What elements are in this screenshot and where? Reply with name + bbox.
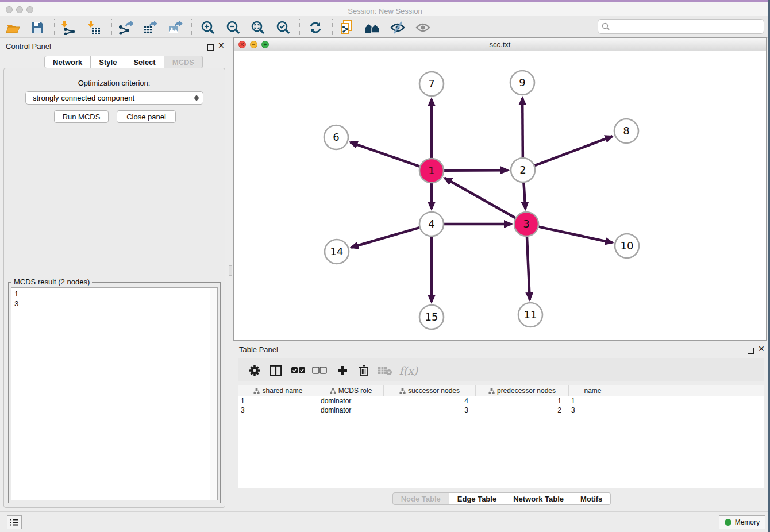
table-cell[interactable]: 1: [569, 396, 617, 406]
tab-motifs[interactable]: Motifs: [572, 492, 611, 505]
table-cell[interactable]: dominator: [318, 396, 384, 406]
graph-node-4[interactable]: 4: [419, 212, 444, 236]
tab-style[interactable]: Style: [91, 56, 125, 68]
tab-network-table[interactable]: Network Table: [505, 492, 572, 505]
table-row-0[interactable]: 1dominator411: [238, 396, 764, 406]
create-column-button[interactable]: [334, 363, 351, 378]
edge-4-14[interactable]: [351, 228, 419, 248]
table-toolbar: f(x): [238, 358, 764, 381]
network-frame-titlebar[interactable]: ✕ − + scc.txt: [234, 38, 766, 51]
tab-mcds[interactable]: MCDS: [164, 56, 203, 68]
zoom-in-button[interactable]: [199, 20, 217, 35]
toolbar-separator: [299, 19, 300, 35]
tab-edge-table[interactable]: Edge Table: [449, 492, 505, 505]
table-cell[interactable]: 3: [569, 406, 617, 415]
memory-button[interactable]: Memory: [719, 515, 765, 529]
home-button[interactable]: [364, 20, 381, 35]
column-header-MCDS-role[interactable]: MCDS role: [318, 385, 384, 396]
float-table-panel-button[interactable]: [748, 346, 754, 356]
optimization-criterion-select[interactable]: strongly connected component: [25, 91, 203, 105]
export-network-button[interactable]: [117, 20, 134, 35]
clone-network-button[interactable]: [338, 20, 356, 35]
search-field[interactable]: [598, 19, 764, 34]
graph-node-9[interactable]: 9: [510, 71, 534, 95]
open-session-button[interactable]: [5, 20, 22, 35]
network-graph-canvas[interactable]: 7968124314101511: [234, 51, 766, 340]
export-table-button[interactable]: [141, 20, 159, 35]
table-cell[interactable]: dominator: [318, 406, 384, 415]
search-icon: [602, 22, 610, 30]
edge-2-9[interactable]: [522, 98, 523, 157]
run-mcds-button[interactable]: Run MCDS: [54, 110, 109, 123]
edge-1-2[interactable]: [444, 170, 508, 171]
column-header-name[interactable]: name: [569, 385, 617, 396]
graph-node-15[interactable]: 15: [419, 305, 444, 329]
clone-network-icon: [339, 20, 355, 36]
delete-table-button[interactable]: [376, 363, 394, 378]
column-header-shared-name[interactable]: shared name: [238, 385, 318, 396]
zoom-selected-button[interactable]: [275, 20, 292, 35]
table-cell[interactable]: 4: [384, 396, 476, 406]
graph-node-7[interactable]: 7: [419, 72, 444, 96]
show-column-panel-button[interactable]: [267, 363, 284, 378]
zoom-fit-button[interactable]: [249, 20, 267, 35]
result-scrollbar[interactable]: [210, 288, 217, 500]
import-table-button[interactable]: [86, 20, 103, 35]
edge-1-6[interactable]: [351, 142, 420, 167]
hide-panels-button[interactable]: [389, 20, 406, 35]
export-image-button[interactable]: [167, 20, 184, 35]
import-network-button[interactable]: [60, 20, 77, 35]
graph-node-3[interactable]: 3: [514, 212, 538, 236]
table-cell[interactable]: 2: [476, 406, 569, 415]
close-panel-button[interactable]: ✕: [218, 43, 225, 49]
mcds-result-area[interactable]: 1 3: [11, 287, 218, 500]
refresh-layout-button[interactable]: [307, 20, 324, 35]
column-header-predecessor-nodes[interactable]: predecessor nodes: [476, 385, 569, 396]
show-panels-button[interactable]: [414, 20, 432, 35]
table-cell[interactable]: 1: [476, 396, 569, 406]
edge-3-10[interactable]: [538, 227, 612, 243]
edge-2-3[interactable]: [523, 183, 525, 209]
close-panel-button-mcds[interactable]: Close panel: [117, 110, 176, 123]
vertical-splitter-grip[interactable]: [229, 265, 232, 276]
edge-2-8[interactable]: [535, 136, 613, 165]
refresh-icon: [308, 20, 323, 35]
table-row-1[interactable]: 3dominator323: [238, 406, 764, 415]
tab-network[interactable]: Network: [44, 56, 91, 68]
table-cell[interactable]: 3: [238, 406, 318, 415]
close-table-panel-button[interactable]: ✕: [758, 346, 765, 352]
graph-node-6[interactable]: 6: [324, 125, 348, 149]
graph-node-10[interactable]: 10: [615, 234, 639, 258]
float-icon: [748, 348, 754, 354]
tab-select[interactable]: Select: [125, 56, 164, 68]
toolbar-separator: [191, 19, 192, 35]
mcds-result-group: MCDS result (2 nodes) 1 3: [8, 282, 221, 503]
graph-node-1[interactable]: 1: [419, 159, 444, 183]
import-network-icon: [61, 20, 76, 35]
unchecked-boxes-icon: [312, 367, 327, 375]
graph-node-8[interactable]: 8: [614, 119, 638, 143]
edge-3-11[interactable]: [527, 237, 530, 300]
table-cell[interactable]: 1: [238, 396, 318, 406]
search-input[interactable]: [612, 22, 764, 31]
delete-column-button[interactable]: [355, 363, 372, 378]
save-session-button[interactable]: [29, 20, 46, 35]
select-all-columns-button[interactable]: [290, 363, 307, 378]
edge-3-1[interactable]: [445, 178, 515, 218]
graph-node-11[interactable]: 11: [518, 303, 542, 327]
node-table: shared nameMCDS rolesuccessor nodesprede…: [238, 385, 764, 488]
unselect-all-columns-button[interactable]: [311, 363, 328, 378]
zoom-out-button[interactable]: [225, 20, 242, 35]
hierarchy-icon: [488, 388, 495, 394]
svg-text:15: 15: [425, 311, 438, 323]
import-table-icon: [87, 20, 102, 35]
function-builder-button[interactable]: f(x): [397, 363, 420, 378]
table-cell[interactable]: 3: [384, 406, 476, 415]
graph-node-14[interactable]: 14: [325, 240, 349, 264]
task-history-button[interactable]: [7, 515, 22, 529]
graph-node-2[interactable]: 2: [511, 158, 535, 182]
tab-node-table[interactable]: Node Table: [392, 492, 449, 505]
column-header-successor-nodes[interactable]: successor nodes: [384, 385, 476, 396]
table-settings-button[interactable]: [246, 363, 263, 378]
float-panel-button[interactable]: [207, 43, 214, 53]
